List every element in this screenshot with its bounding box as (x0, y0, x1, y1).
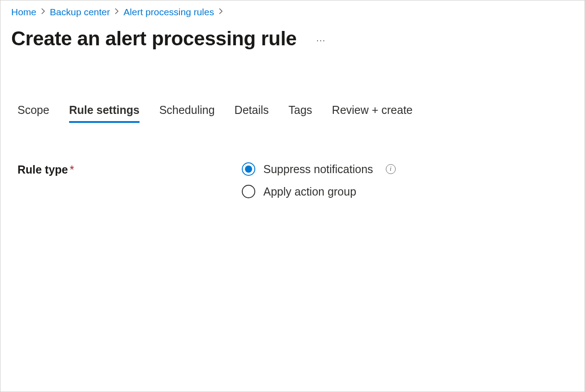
tab-scope[interactable]: Scope (17, 104, 49, 123)
title-row: Create an alert processing rule ··· (11, 27, 574, 50)
radio-label: Apply action group (263, 185, 356, 198)
tab-review-create[interactable]: Review + create (332, 104, 413, 123)
breadcrumb: Home Backup center Alert processing rule… (11, 7, 574, 17)
breadcrumb-link-backup-center[interactable]: Backup center (50, 7, 110, 17)
radio-icon (242, 185, 255, 198)
breadcrumb-link-alert-processing-rules[interactable]: Alert processing rules (123, 7, 214, 17)
tab-details[interactable]: Details (235, 104, 269, 123)
chevron-right-icon (218, 8, 223, 16)
page-title: Create an alert processing rule (11, 27, 297, 50)
tab-tags[interactable]: Tags (288, 104, 312, 123)
form-row-rule-type: Rule type* Suppress notifications i Appl… (11, 162, 574, 198)
tabs: Scope Rule settings Scheduling Details T… (11, 104, 574, 123)
rule-type-radio-group: Suppress notifications i Apply action gr… (242, 162, 396, 198)
radio-apply-action-group[interactable]: Apply action group (242, 185, 396, 198)
chevron-right-icon (41, 8, 45, 16)
radio-icon (242, 162, 255, 176)
rule-type-label: Rule type* (17, 162, 242, 176)
more-actions-button[interactable]: ··· (313, 35, 329, 46)
tab-scheduling[interactable]: Scheduling (159, 104, 215, 123)
radio-suppress-notifications[interactable]: Suppress notifications i (242, 162, 396, 176)
breadcrumb-link-home[interactable]: Home (11, 7, 36, 17)
required-indicator: * (70, 163, 74, 176)
radio-label: Suppress notifications (263, 163, 373, 176)
chevron-right-icon (114, 8, 119, 16)
info-icon[interactable]: i (386, 164, 396, 174)
tab-rule-settings[interactable]: Rule settings (69, 104, 140, 123)
